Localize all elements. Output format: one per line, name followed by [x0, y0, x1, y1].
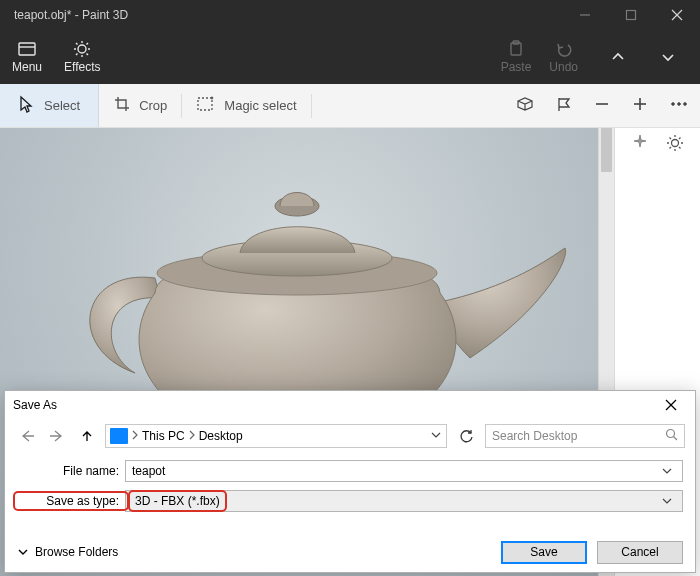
magic-select-icon [196, 95, 216, 116]
window-title: teapot.obj* - Paint 3D [14, 8, 128, 22]
svg-rect-4 [19, 43, 35, 55]
svg-point-21 [672, 103, 675, 106]
file-name-label: File name: [17, 464, 125, 478]
svg-line-36 [669, 147, 671, 149]
svg-point-22 [678, 103, 681, 106]
refresh-button[interactable] [453, 429, 479, 444]
save-button[interactable]: Save [501, 541, 587, 564]
dialog-nav: This PC Desktop Search Desktop [5, 419, 695, 453]
minimize-button[interactable] [562, 0, 608, 30]
effects-label: Effects [64, 60, 100, 74]
svg-rect-1 [627, 11, 636, 20]
svg-line-34 [679, 147, 681, 149]
maximize-button[interactable] [608, 0, 654, 30]
chevron-down-icon[interactable] [658, 495, 676, 507]
collapse-down-button[interactable] [648, 37, 688, 77]
save-type-row: Save as type: 3D - FBX (*.fbx) [17, 489, 683, 513]
magic-select-label: Magic select [224, 98, 296, 113]
svg-point-39 [667, 430, 675, 438]
svg-line-13 [87, 43, 89, 45]
close-button[interactable] [654, 0, 700, 30]
search-input[interactable]: Search Desktop [485, 424, 685, 448]
pc-icon [110, 428, 128, 444]
save-as-dialog: Save As This PC Desktop Search Desktop F… [4, 390, 696, 573]
browse-label: Browse Folders [35, 545, 118, 559]
file-name-value: teapot [132, 464, 165, 478]
view-3d-icon[interactable] [516, 96, 534, 115]
flag-icon[interactable] [556, 96, 572, 115]
menu-strip: Menu Effects Paste Undo [0, 30, 700, 84]
svg-rect-17 [198, 98, 212, 110]
svg-point-6 [78, 45, 86, 53]
nav-forward-button [45, 429, 69, 443]
dialog-title-bar: Save As [5, 391, 695, 419]
chevron-down-icon[interactable] [658, 465, 676, 477]
svg-line-14 [76, 54, 78, 56]
svg-line-11 [76, 43, 78, 45]
file-name-row: File name: teapot [17, 459, 683, 483]
svg-line-12 [87, 54, 89, 56]
zoom-in-icon[interactable] [632, 96, 648, 115]
save-type-select[interactable]: 3D - FBX (*.fbx) [125, 490, 683, 512]
breadcrumb[interactable]: This PC Desktop [105, 424, 447, 448]
search-icon [665, 428, 678, 444]
svg-line-33 [669, 138, 671, 140]
toolbar: Select Crop Magic select [0, 84, 700, 128]
svg-point-23 [684, 103, 687, 106]
zoom-out-icon[interactable] [594, 96, 610, 115]
chevron-right-icon [187, 429, 197, 444]
paste-label: Paste [501, 60, 532, 74]
title-bar: teapot.obj* - Paint 3D [0, 0, 700, 30]
effects-button[interactable]: Effects [64, 40, 100, 74]
select-label: Select [44, 98, 80, 113]
save-type-label: Save as type: [17, 494, 125, 508]
save-type-value: 3D - FBX (*.fbx) [132, 493, 223, 509]
crop-label: Crop [139, 98, 167, 113]
cancel-button[interactable]: Cancel [597, 541, 683, 564]
svg-line-40 [674, 437, 678, 441]
select-tool[interactable]: Select [0, 84, 99, 127]
svg-line-35 [679, 138, 681, 140]
svg-point-28 [671, 140, 678, 147]
crumb-desktop[interactable]: Desktop [199, 429, 243, 443]
sun-icon[interactable] [666, 134, 684, 156]
crop-icon [113, 95, 131, 116]
undo-button: Undo [549, 40, 578, 74]
magic-select-tool[interactable]: Magic select [182, 84, 310, 128]
nav-back-button[interactable] [15, 429, 39, 443]
cancel-button-label: Cancel [621, 545, 658, 559]
scrollbar-thumb[interactable] [601, 128, 612, 172]
save-type-label-text: Save as type: [46, 494, 119, 508]
browse-folders-button[interactable]: Browse Folders [17, 545, 118, 559]
paste-button: Paste [501, 40, 532, 74]
more-icon[interactable] [670, 96, 688, 115]
crop-tool[interactable]: Crop [99, 84, 181, 128]
dialog-close-button[interactable] [655, 399, 687, 411]
svg-rect-15 [511, 43, 521, 55]
save-button-label: Save [530, 545, 557, 559]
dialog-footer: Browse Folders Save Cancel [5, 532, 695, 572]
crumb-this-pc[interactable]: This PC [142, 429, 185, 443]
chevron-right-icon [130, 429, 140, 444]
sparkle-icon[interactable] [632, 134, 648, 154]
cursor-icon [18, 95, 34, 116]
menu-button[interactable]: Menu [12, 40, 42, 74]
chevron-down-icon[interactable] [430, 429, 442, 444]
menu-label: Menu [12, 60, 42, 74]
dialog-title: Save As [13, 398, 655, 412]
undo-label: Undo [549, 60, 578, 74]
search-placeholder: Search Desktop [492, 429, 577, 443]
collapse-up-button[interactable] [598, 37, 638, 77]
file-name-input[interactable]: teapot [125, 460, 683, 482]
nav-up-button[interactable] [75, 429, 99, 443]
